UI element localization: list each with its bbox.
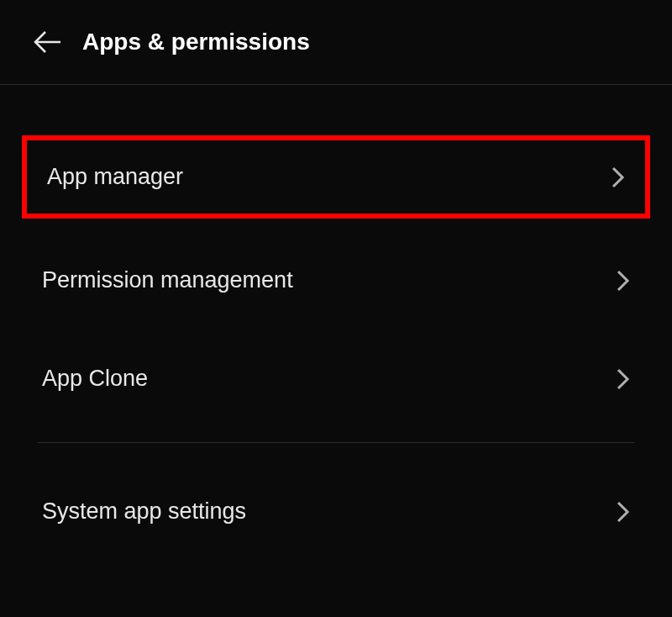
- menu-item-label: System app settings: [42, 498, 246, 525]
- menu-item-label: App Clone: [42, 366, 148, 392]
- menu-item-app-manager[interactable]: App manager: [22, 135, 650, 219]
- back-arrow-icon[interactable]: [30, 25, 64, 59]
- menu-item-label: App manager: [47, 164, 183, 190]
- menu-item-permission-management[interactable]: Permission management: [0, 244, 672, 317]
- menu-item-app-clone[interactable]: App Clone: [0, 342, 672, 415]
- section-divider: [37, 442, 635, 443]
- menu-content: App manager Permission management App Cl…: [0, 85, 672, 548]
- page-title: Apps & permissions: [82, 29, 310, 55]
- chevron-right-icon: [612, 166, 625, 189]
- header-bar: Apps & permissions: [0, 0, 672, 85]
- menu-item-label: Permission management: [42, 267, 293, 293]
- chevron-right-icon: [617, 500, 630, 524]
- chevron-right-icon: [617, 269, 630, 293]
- menu-item-system-app-settings[interactable]: System app settings: [0, 475, 672, 548]
- chevron-right-icon: [617, 367, 630, 391]
